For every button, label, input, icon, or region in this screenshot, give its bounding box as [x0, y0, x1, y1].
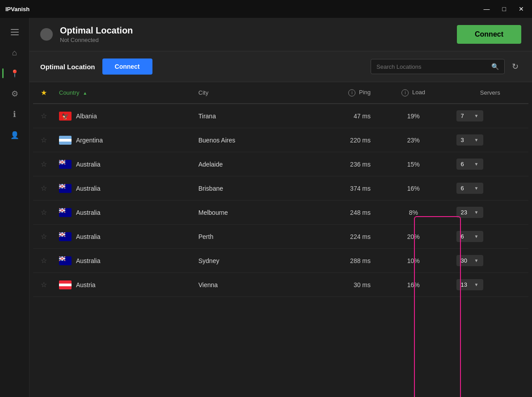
servers-count: 6: [461, 233, 464, 240]
country-name: Australia: [76, 185, 100, 192]
country-cell: 🦅 Albania: [55, 104, 194, 128]
ping-info-icon[interactable]: i: [348, 89, 355, 96]
th-load[interactable]: i Load: [375, 82, 452, 104]
star-toggle-icon[interactable]: ☆: [41, 112, 47, 120]
flag-icon: 🦅: [59, 112, 72, 121]
flag-icon: [59, 232, 72, 241]
close-button[interactable]: ✕: [516, 5, 527, 13]
favorite-cell: ☆: [33, 201, 55, 225]
sidebar-item-location[interactable]: 📍: [6, 64, 24, 82]
servers-cell: 6 ▼: [452, 176, 529, 201]
table-row[interactable]: ☆ 🦅 Albania Tirana 47 ms 19% 7 ▼: [33, 104, 528, 128]
city-name: Tirana: [198, 113, 216, 120]
load-cell: 8%: [375, 201, 452, 225]
status-dot: [40, 28, 53, 41]
ping-value: 248 ms: [350, 209, 371, 216]
servers-count: 13: [461, 281, 467, 288]
favorite-cell: ☆: [33, 249, 55, 273]
ping-cell: 224 ms: [305, 225, 375, 249]
location-icon: 📍: [10, 69, 19, 78]
window-controls: — □ ✕: [481, 5, 527, 13]
country-name: Austria: [76, 281, 96, 288]
servers-cell: 13 ▼: [452, 273, 529, 297]
table-row[interactable]: ☆ Austria Vienna 30 ms 16% 13 ▼: [33, 273, 528, 297]
star-toggle-icon[interactable]: ☆: [41, 257, 47, 264]
servers-dropdown-button[interactable]: 6 ▼: [456, 183, 483, 194]
ping-cell: 220 ms: [305, 128, 375, 152]
flag-icon: [59, 184, 72, 193]
minimize-button[interactable]: —: [481, 5, 493, 13]
th-servers[interactable]: Servers: [452, 82, 529, 104]
country-name: Australia: [76, 233, 100, 240]
header-connect-button[interactable]: Connect: [457, 25, 521, 44]
servers-dropdown-button[interactable]: 7 ▼: [456, 110, 483, 121]
sub-connect-button[interactable]: Connect: [102, 59, 152, 75]
star-toggle-icon[interactable]: ☆: [41, 160, 47, 168]
svg-rect-47: [59, 286, 72, 289]
servers-cell: 3 ▼: [452, 128, 529, 152]
flag-icon: [59, 160, 72, 169]
star-toggle-icon[interactable]: ☆: [41, 136, 47, 144]
servers-dropdown-button[interactable]: 23 ▼: [456, 207, 483, 218]
table-row[interactable]: ☆ Australia Adelaide 236 ms 15% 6 ▼: [33, 152, 528, 176]
city-name: Buenos Aires: [198, 137, 236, 144]
servers-dropdown-button[interactable]: 13 ▼: [456, 279, 483, 290]
star-toggle-icon[interactable]: ☆: [41, 209, 47, 216]
sidebar-item-menu[interactable]: [6, 23, 24, 41]
servers-cell: 6 ▼: [452, 152, 529, 176]
servers-count: 7: [461, 113, 464, 119]
th-country[interactable]: Country ▲: [55, 82, 194, 104]
servers-dropdown-button[interactable]: 30 ▼: [456, 255, 483, 266]
table-row[interactable]: ☆ Australia Perth 224 ms 20% 6 ▼: [33, 225, 528, 249]
sidebar-item-account[interactable]: 👤: [6, 126, 24, 144]
table-row[interactable]: ☆ Australia Brisbane 374 ms 16% 6 ▼: [33, 176, 528, 201]
svg-rect-2: [59, 136, 72, 139]
dropdown-arrow-icon: ▼: [474, 210, 479, 215]
table-row[interactable]: ☆ Australia Melbourne 248 ms 8% 23 ▼: [33, 201, 528, 225]
dropdown-arrow-icon: ▼: [474, 258, 479, 263]
servers-dropdown-button[interactable]: 6 ▼: [456, 231, 483, 242]
star-toggle-icon[interactable]: ☆: [41, 184, 47, 192]
th-ping[interactable]: i Ping: [305, 82, 375, 104]
maximize-button[interactable]: □: [500, 5, 509, 13]
load-value: 23%: [407, 137, 420, 144]
title-bar: IPVanish — □ ✕: [0, 0, 532, 18]
dropdown-arrow-icon: ▼: [474, 282, 479, 287]
star-toggle-icon[interactable]: ☆: [41, 281, 47, 288]
table-row[interactable]: ☆ Australia Sydney 288 ms 10% 30 ▼: [33, 249, 528, 273]
sidebar-item-info[interactable]: ℹ: [6, 105, 24, 123]
sidebar-item-home[interactable]: ⌂: [6, 44, 24, 62]
city-name: Adelaide: [198, 161, 223, 168]
table-container[interactable]: ★ Country ▲ City i Ping: [30, 82, 532, 297]
servers-dropdown-button[interactable]: 6 ▼: [456, 159, 483, 170]
load-cell: 10%: [375, 249, 452, 273]
load-cell: 23%: [375, 128, 452, 152]
locations-table: ★ Country ▲ City i Ping: [33, 82, 528, 297]
star-icon: ★: [41, 89, 47, 96]
header-info: Optimal Location Not Connected: [60, 25, 133, 43]
servers-count: 3: [461, 137, 464, 143]
servers-label: Servers: [480, 89, 500, 96]
search-input[interactable]: [376, 63, 488, 70]
servers-dropdown-button[interactable]: 3 ▼: [456, 134, 483, 146]
country-name: Australia: [76, 257, 100, 264]
city-name: Vienna: [198, 281, 218, 288]
main-content: Optimal Location Not Connected Connect O…: [30, 18, 532, 397]
favorite-cell: ☆: [33, 273, 55, 297]
load-value: 10%: [407, 257, 420, 264]
sidebar-item-settings[interactable]: ⚙: [6, 85, 24, 103]
refresh-button[interactable]: ↻: [509, 59, 521, 74]
load-value: 8%: [409, 209, 418, 216]
load-info-icon[interactable]: i: [401, 89, 409, 96]
city-label: City: [198, 89, 208, 96]
th-city[interactable]: City: [194, 82, 305, 104]
star-toggle-icon[interactable]: ☆: [41, 233, 47, 240]
table-row[interactable]: ☆ Argentina Buenos Aires 220 ms 23% 3 ▼: [33, 128, 528, 152]
header-left: Optimal Location Not Connected: [40, 25, 133, 43]
country-label: Country: [59, 89, 80, 96]
servers-cell: 30 ▼: [452, 249, 529, 273]
svg-rect-3: [59, 139, 72, 142]
city-cell: Perth: [194, 225, 305, 249]
th-favorite[interactable]: ★: [33, 82, 55, 104]
load-value: 20%: [407, 233, 420, 240]
